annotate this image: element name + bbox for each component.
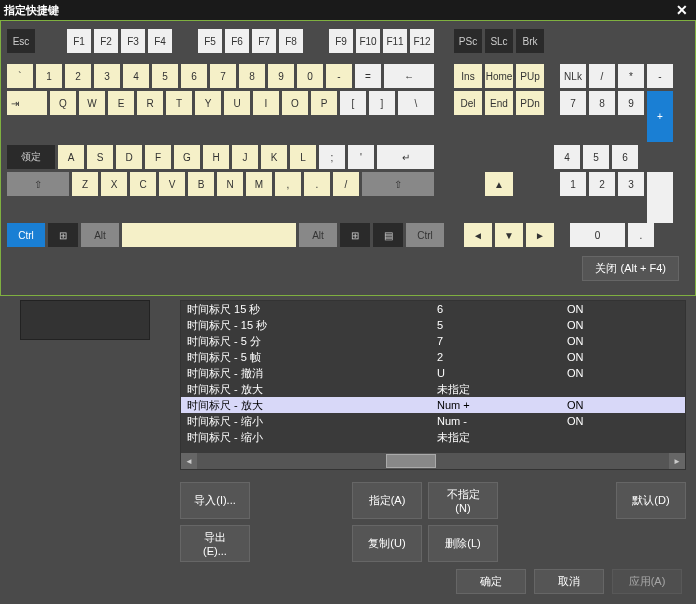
apply-button[interactable]: 应用(A) <box>612 569 682 594</box>
key-ins[interactable]: Ins <box>454 64 482 88</box>
key-rctrl[interactable]: Ctrl <box>406 223 444 247</box>
key-f3[interactable]: F3 <box>121 29 145 53</box>
key-j[interactable]: J <box>232 145 258 169</box>
key-f12[interactable]: F12 <box>410 29 434 53</box>
key-np5[interactable]: 5 <box>583 145 609 169</box>
close-button[interactable]: 关闭 (Alt + F4) <box>582 256 679 281</box>
delete-button[interactable]: 删除(L) <box>428 525 498 562</box>
key-lalt[interactable]: Alt <box>81 223 119 247</box>
scroll-left-icon[interactable]: ◄ <box>181 453 197 469</box>
key-r[interactable]: R <box>137 91 163 115</box>
key-3[interactable]: 3 <box>94 64 120 88</box>
key-g[interactable]: G <box>174 145 200 169</box>
key-b[interactable]: B <box>188 172 214 196</box>
key-del[interactable]: Del <box>454 91 482 115</box>
key-esc[interactable]: Esc <box>7 29 35 53</box>
key-np6[interactable]: 6 <box>612 145 638 169</box>
key-np4[interactable]: 4 <box>554 145 580 169</box>
key-1[interactable]: 1 <box>36 64 62 88</box>
key-up[interactable]: ▲ <box>485 172 513 196</box>
key-9[interactable]: 9 <box>268 64 294 88</box>
horizontal-scrollbar[interactable]: ◄ ► <box>181 453 685 469</box>
key-f8[interactable]: F8 <box>279 29 303 53</box>
key-nlk[interactable]: NLk <box>560 64 586 88</box>
key-f4[interactable]: F4 <box>148 29 172 53</box>
key-f[interactable]: F <box>145 145 171 169</box>
key-sub[interactable]: - <box>647 64 673 88</box>
key-rwin[interactable]: ⊞ <box>340 223 370 247</box>
key-slash[interactable]: / <box>333 172 359 196</box>
list-row[interactable]: 时间标尺 - 自适应0ON <box>181 445 685 447</box>
key-enter[interactable]: ↵ <box>377 145 434 169</box>
key-np3[interactable]: 3 <box>618 172 644 196</box>
key-f6[interactable]: F6 <box>225 29 249 53</box>
key-np2[interactable]: 2 <box>589 172 615 196</box>
unassign-button[interactable]: 不指定(N) <box>428 482 498 519</box>
key-q[interactable]: Q <box>50 91 76 115</box>
key-lctrl[interactable]: Ctrl <box>7 223 45 247</box>
key-down[interactable]: ▼ <box>495 223 523 247</box>
ok-button[interactable]: 确定 <box>456 569 526 594</box>
list-row[interactable]: 时间标尺 15 秒6ON <box>181 301 685 317</box>
key-pdn[interactable]: PDn <box>516 91 544 115</box>
key-d[interactable]: D <box>116 145 142 169</box>
key-t[interactable]: T <box>166 91 192 115</box>
key-w[interactable]: W <box>79 91 105 115</box>
default-button[interactable]: 默认(D) <box>616 482 686 519</box>
duplicate-button[interactable]: 复制(U) <box>352 525 422 562</box>
key-semicolon[interactable]: ; <box>319 145 345 169</box>
key-npenter[interactable] <box>647 172 673 223</box>
key-pup[interactable]: PUp <box>516 64 544 88</box>
key-lwin[interactable]: ⊞ <box>48 223 78 247</box>
cancel-button[interactable]: 取消 <box>534 569 604 594</box>
key-8[interactable]: 8 <box>239 64 265 88</box>
key-rbracket[interactable]: ] <box>369 91 395 115</box>
key-npdot[interactable]: . <box>628 223 654 247</box>
key-f7[interactable]: F7 <box>252 29 276 53</box>
key-y[interactable]: Y <box>195 91 221 115</box>
key-e[interactable]: E <box>108 91 134 115</box>
key-np9[interactable]: 9 <box>618 91 644 115</box>
key-i[interactable]: I <box>253 91 279 115</box>
key-np0[interactable]: 0 <box>570 223 625 247</box>
assign-button[interactable]: 指定(A) <box>352 482 422 519</box>
key-period[interactable]: . <box>304 172 330 196</box>
key-psc[interactable]: PSc <box>454 29 482 53</box>
scroll-right-icon[interactable]: ► <box>669 453 685 469</box>
key-f1[interactable]: F1 <box>67 29 91 53</box>
key-f11[interactable]: F11 <box>383 29 407 53</box>
scroll-track[interactable] <box>197 453 669 469</box>
key-menu[interactable]: ▤ <box>373 223 403 247</box>
close-icon[interactable]: ✕ <box>672 2 692 18</box>
key-f9[interactable]: F9 <box>329 29 353 53</box>
key-slc[interactable]: SLc <box>485 29 513 53</box>
key-p[interactable]: P <box>311 91 337 115</box>
key-0[interactable]: 0 <box>297 64 323 88</box>
key-7[interactable]: 7 <box>210 64 236 88</box>
key-np7[interactable]: 7 <box>560 91 586 115</box>
key-f5[interactable]: F5 <box>198 29 222 53</box>
key-backslash[interactable]: \ <box>398 91 434 115</box>
key-2[interactable]: 2 <box>65 64 91 88</box>
import-button[interactable]: 导入(I)... <box>180 482 250 519</box>
key-lbracket[interactable]: [ <box>340 91 366 115</box>
key-apostrophe[interactable]: ' <box>348 145 374 169</box>
key-home[interactable]: Home <box>485 64 513 88</box>
key-right[interactable]: ► <box>526 223 554 247</box>
key-mul[interactable]: * <box>618 64 644 88</box>
key-backtick[interactable]: ` <box>7 64 33 88</box>
key-6[interactable]: 6 <box>181 64 207 88</box>
list-row[interactable]: 时间标尺 - 5 分7ON <box>181 333 685 349</box>
key-backspace[interactable]: ← <box>384 64 434 88</box>
key-c[interactable]: C <box>130 172 156 196</box>
key-z[interactable]: Z <box>72 172 98 196</box>
key-v[interactable]: V <box>159 172 185 196</box>
list-row[interactable]: 时间标尺 - 放大未指定 <box>181 381 685 397</box>
key-div[interactable]: / <box>589 64 615 88</box>
key-u[interactable]: U <box>224 91 250 115</box>
key-end[interactable]: End <box>485 91 513 115</box>
list-row[interactable]: 时间标尺 - 放大Num +ON <box>181 397 685 413</box>
key-space[interactable] <box>122 223 296 247</box>
list-row[interactable]: 时间标尺 - 缩小Num -ON <box>181 413 685 429</box>
list-row[interactable]: 时间标尺 - 撤消UON <box>181 365 685 381</box>
